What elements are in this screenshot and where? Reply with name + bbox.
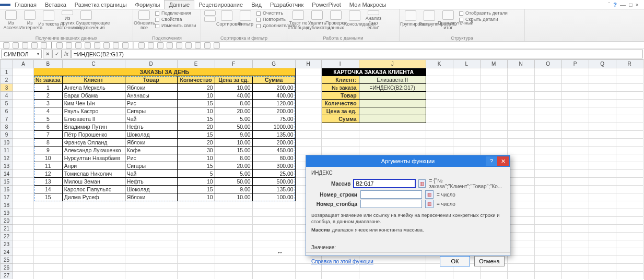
cell-D14[interactable]: Чай — [125, 170, 177, 178]
window-close-icon[interactable]: × — [636, 2, 639, 8]
cell-P26[interactable] — [561, 264, 589, 272]
cell-E20[interactable] — [177, 217, 215, 225]
cell-H5[interactable] — [295, 100, 321, 107]
col-header-L[interactable]: L — [453, 60, 480, 68]
cell-H7[interactable] — [295, 115, 321, 123]
cell-Q20[interactable] — [589, 217, 616, 225]
cell-R9[interactable] — [616, 131, 643, 139]
tab-home[interactable]: Главная — [10, 1, 41, 9]
cell-G26[interactable] — [252, 264, 295, 272]
col-header-H[interactable]: H — [295, 60, 321, 68]
cell-A3[interactable] — [13, 84, 34, 92]
qat-item[interactable] — [195, 42, 201, 48]
cell-B11[interactable]: 9 — [34, 147, 63, 154]
qat-item[interactable] — [75, 42, 81, 48]
cell-P23[interactable] — [561, 240, 589, 248]
cell-B25[interactable] — [34, 256, 63, 264]
cell-G22[interactable] — [252, 233, 295, 240]
cell-B5[interactable]: 3 — [34, 100, 63, 107]
cancel-button[interactable]: Отмена — [474, 256, 505, 266]
cell-E26[interactable] — [177, 264, 215, 272]
cell-F25[interactable] — [215, 256, 252, 264]
row-header-14[interactable]: 14 — [1, 170, 13, 178]
cell-M1[interactable] — [480, 68, 507, 76]
cell-L4[interactable] — [453, 92, 480, 100]
cell-L6[interactable] — [453, 107, 480, 115]
cell-A14[interactable] — [13, 170, 34, 178]
cell-R4[interactable] — [616, 92, 643, 100]
cell-F20[interactable] — [215, 217, 252, 225]
cell-A5[interactable] — [13, 100, 34, 107]
cell-G23[interactable] — [252, 240, 295, 248]
cell-O22[interactable] — [534, 233, 561, 240]
cell-Q26[interactable] — [589, 264, 616, 272]
cell-R6[interactable] — [616, 107, 643, 115]
cell-D15[interactable]: Нефть — [125, 178, 177, 186]
btn-remove-dup[interactable]: Удалить дубликаты — [309, 10, 325, 30]
qat-item[interactable] — [85, 42, 91, 48]
cell-G9[interactable]: 135.00 — [252, 131, 295, 139]
cell-D5[interactable]: Рис — [125, 100, 177, 107]
cell-F9[interactable]: 9.00 — [215, 131, 252, 139]
cell-D18[interactable] — [125, 201, 177, 209]
cell-O4[interactable] — [534, 92, 561, 100]
cell-M27[interactable] — [480, 272, 507, 279]
cell-P27[interactable] — [561, 272, 589, 279]
cell-D16[interactable]: Шоколад — [125, 186, 177, 193]
cell-O7[interactable] — [534, 115, 561, 123]
cell-D26[interactable] — [125, 264, 177, 272]
cell-K5[interactable] — [426, 100, 453, 107]
cell-E9[interactable]: 15 — [177, 131, 215, 139]
cell-Q5[interactable] — [589, 100, 616, 107]
btn-from-text[interactable]: Из текста — [41, 10, 56, 30]
cell-D21[interactable] — [125, 225, 177, 233]
cell-C21[interactable] — [62, 225, 125, 233]
cell-M11[interactable] — [480, 147, 507, 154]
cell-B1[interactable]: ЗАКАЗЫ ЗА ДЕНЬ — [34, 68, 296, 76]
cell-O23[interactable] — [534, 240, 561, 248]
cell-G3[interactable]: 200.00 — [252, 84, 295, 92]
cell-N8[interactable] — [507, 123, 534, 131]
cell-Q1[interactable] — [589, 68, 616, 76]
cell-F11[interactable]: 15.00 — [215, 147, 252, 154]
cell-A26[interactable] — [13, 264, 34, 272]
cell-H9[interactable] — [295, 131, 321, 139]
cell-B23[interactable] — [34, 240, 63, 248]
cell-I27[interactable] — [321, 272, 359, 279]
cell-C8[interactable]: Владимир Путин — [62, 123, 125, 131]
cell-O13[interactable] — [534, 162, 561, 170]
tab-developer[interactable]: Разработчик — [266, 1, 308, 9]
cell-A15[interactable] — [13, 178, 34, 186]
cell-E25[interactable] — [177, 256, 215, 264]
cell-C17[interactable]: Дилма Русеф — [62, 193, 125, 201]
cell-J8[interactable] — [359, 123, 426, 131]
cell-E19[interactable] — [177, 209, 215, 217]
cell-C2[interactable]: Клиент — [62, 76, 125, 84]
cell-D2[interactable]: Товар — [125, 76, 177, 84]
cell-C25[interactable] — [62, 256, 125, 264]
row-header-13[interactable]: 13 — [1, 162, 13, 170]
cell-M4[interactable] — [480, 92, 507, 100]
btn-sort-az[interactable] — [204, 10, 216, 30]
cell-I11[interactable] — [321, 147, 359, 154]
cell-R17[interactable] — [616, 193, 643, 201]
cell-G8[interactable]: 1000.00 — [252, 123, 295, 131]
cell-M9[interactable] — [480, 131, 507, 139]
cell-Q8[interactable] — [589, 123, 616, 131]
cell-O14[interactable] — [534, 170, 561, 178]
cell-N3[interactable] — [507, 84, 534, 92]
cell-C9[interactable]: Пётр Порошенко — [62, 131, 125, 139]
cell-O15[interactable] — [534, 178, 561, 186]
cell-I10[interactable] — [321, 139, 359, 147]
minimize-ribbon-icon[interactable]: ˇ — [608, 2, 611, 8]
cell-C19[interactable] — [62, 209, 125, 217]
cell-R1[interactable] — [616, 68, 643, 76]
cell-R18[interactable] — [616, 201, 643, 209]
btn-data-validation[interactable]: Проверка данных — [328, 10, 344, 30]
col-header-Q[interactable]: Q — [589, 60, 616, 68]
btn-whatif[interactable]: Анализ "что если" — [366, 10, 381, 30]
cell-D7[interactable]: Чай — [125, 115, 177, 123]
row-header-12[interactable]: 12 — [1, 154, 13, 162]
col-header-A[interactable]: A — [13, 60, 34, 68]
cell-B15[interactable]: 13 — [34, 178, 63, 186]
